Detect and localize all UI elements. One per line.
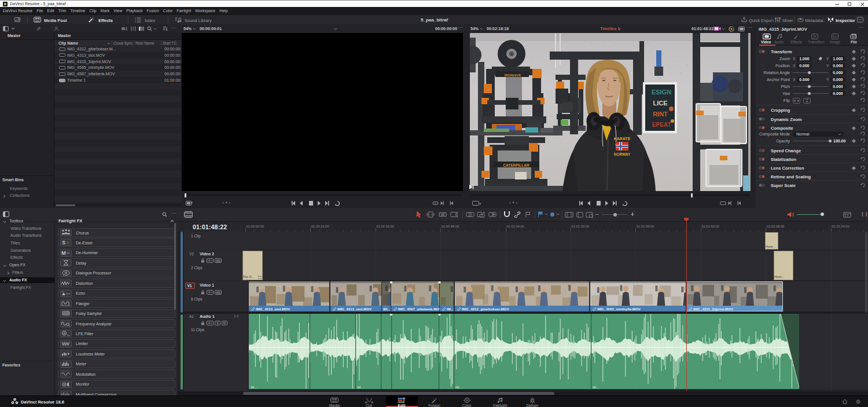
svg-text:NORWAY: NORWAY xyxy=(614,152,631,156)
svg-text:IMG_4312_gitarbokser.MOV: IMG_4312_gitarbokser.MOV xyxy=(462,307,509,311)
svg-text:LICE: LICE xyxy=(653,100,667,107)
svg-text:KARATE: KARATE xyxy=(614,137,631,141)
svg-text:IMG_4567_sittebenk.MOV: IMG_4567_sittebenk.MOV xyxy=(398,307,442,311)
svg-text:IM...: IM... xyxy=(593,386,599,389)
svg-text:EPEAT: EPEAT xyxy=(652,122,671,128)
svg-text:IM...: IM... xyxy=(447,307,454,311)
svg-text:CATERPILLAR: CATERPILLAR xyxy=(503,163,529,167)
svg-text:IMG_4565_minihylle.MOV: IMG_4565_minihylle.MOV xyxy=(597,307,641,311)
svg-text:S: S xyxy=(62,240,65,245)
svg-text:IM...: IM... xyxy=(383,307,390,311)
svg-text:IMG_4313_stol.MOV: IMG_4313_stol.MOV xyxy=(256,307,290,311)
svg-text:IMG_4315_3dprint.MOV: IMG_4315_3dprint.MOV xyxy=(693,307,734,311)
svg-text:RINT: RINT xyxy=(653,111,668,118)
svg-text:IM...: IM... xyxy=(357,386,363,389)
svg-text:IMG_4313_stol.MOV: IMG_4313_stol.MOV xyxy=(337,307,372,311)
svg-text:IM...: IM... xyxy=(251,386,257,389)
svg-text:IM...: IM... xyxy=(455,386,462,389)
svg-text:M: M xyxy=(67,251,69,255)
svg-text:M: M xyxy=(61,250,66,256)
svg-text:S: S xyxy=(67,241,69,244)
svg-text:ESIGN: ESIGN xyxy=(652,89,671,96)
svg-text:IRONHIVE: IRONHIVE xyxy=(504,74,521,77)
